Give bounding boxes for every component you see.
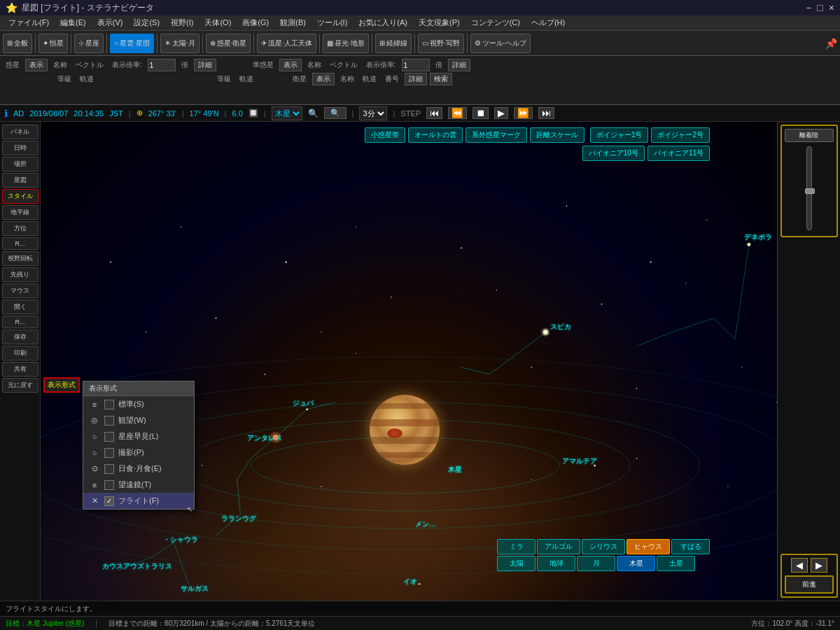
satellite-show-btn[interactable]: 表示 xyxy=(312,73,335,85)
playback-play-btn[interactable]: ▶ xyxy=(494,107,508,119)
sb-fov-rotate-btn[interactable]: 視野回転 xyxy=(2,251,38,266)
sb-panel-btn[interactable]: パネル xyxy=(2,125,38,139)
sb-save-btn[interactable]: 保存 xyxy=(2,330,38,344)
popup-item-photo[interactable]: ○ 撮影(P) xyxy=(83,444,194,461)
maximize-button[interactable]: □ xyxy=(817,2,822,13)
sb-r2-btn[interactable]: R... xyxy=(2,316,38,328)
menu-astro-events[interactable]: 天文現象(P) xyxy=(413,16,465,29)
mira-btn[interactable]: ミラ xyxy=(497,539,536,554)
sb-r-btn[interactable]: R... xyxy=(2,237,38,250)
menu-tools[interactable]: ツール(I) xyxy=(312,16,353,29)
sb-style-btn[interactable]: スタイル xyxy=(2,189,38,204)
tb-general[interactable]: ⊞ 全般 xyxy=(3,34,32,53)
status-bar: 目標：木星 Jupiter (惑星) | 目標までの距離：80万3201km /… xyxy=(0,616,840,630)
menu-observe[interactable]: 観測(B) xyxy=(274,16,312,29)
tb-constellation[interactable]: ⊹ 星座 xyxy=(74,34,104,53)
tb-tools-help[interactable]: ⚙ ツール·ヘルプ xyxy=(470,34,531,53)
right-arrow-btn[interactable]: ▶ xyxy=(811,558,827,573)
display-mode-popup[interactable]: 表示形式 ≡ 標準(S) ◎ 観望(W) ○ 星座早見(L) ○ 撮影(P) xyxy=(83,381,195,510)
comet-mag-input[interactable] xyxy=(402,59,430,71)
satellite-detail-btn[interactable]: 詳細 xyxy=(405,73,427,85)
star-map[interactable]: スピカ アンタレス デネボラ ジュバ アマルテア 木星 エウロパ イオ メン… … xyxy=(41,122,777,601)
sirius-btn[interactable]: シリウス xyxy=(582,539,625,554)
moon-btn[interactable]: 月 xyxy=(577,556,615,571)
left-arrow-btn[interactable]: ◀ xyxy=(791,558,808,573)
popup-item-standard[interactable]: ≡ 標準(S) xyxy=(83,396,194,412)
sb-horizon-btn[interactable]: 地平線 xyxy=(2,205,38,220)
titlebar-controls[interactable]: − □ × xyxy=(806,2,834,13)
menu-object[interactable]: 天体(O) xyxy=(199,16,237,29)
altitude-handle[interactable] xyxy=(805,188,815,194)
playback-end-btn[interactable]: ⏭ xyxy=(538,107,554,119)
toolbar-pin[interactable]: 📌 xyxy=(825,38,837,49)
earth-btn[interactable]: 地球 xyxy=(537,556,575,571)
target-select[interactable]: 木星 土星 太陽 xyxy=(272,106,302,120)
playback-start-btn[interactable]: ⏮ xyxy=(426,107,442,119)
sb-mouse-btn[interactable]: マウス xyxy=(2,284,38,298)
sb-remaining-btn[interactable]: 先残り xyxy=(2,267,38,282)
sb-azimuth-btn[interactable]: 方位 xyxy=(2,221,38,236)
subaru-btn[interactable]: すばる xyxy=(671,539,710,554)
tb-sun-moon[interactable]: ☀ 太陽·月 xyxy=(160,34,200,53)
playback-prev-btn[interactable]: ⏪ xyxy=(448,107,467,119)
playback-stop-btn[interactable]: ⏹ xyxy=(472,107,489,119)
tb-nebula[interactable]: ○ 星雲·星団 xyxy=(110,34,154,53)
popup-item-observe[interactable]: ◎ 観望(W) xyxy=(83,412,194,428)
sb-undo-btn[interactable]: 元に戻す xyxy=(2,378,38,393)
tb-fov[interactable]: ▭ 視野·写野 xyxy=(418,34,464,53)
search-icon[interactable]: 🔍 xyxy=(308,108,318,118)
voyager1-btn[interactable]: ボイジャー1号 xyxy=(590,127,649,143)
satellite-search-btn[interactable]: 検索 xyxy=(430,73,452,85)
exoplanet-marker-btn[interactable]: 系外惑星マーク xyxy=(465,127,527,143)
planet-mag-input[interactable] xyxy=(148,59,176,71)
distance-scale-btn[interactable]: 距離スケール xyxy=(530,127,584,143)
sb-starmap-btn[interactable]: 星図 xyxy=(2,173,38,188)
menu-file[interactable]: ファイル(F) xyxy=(3,16,55,29)
sb-open-btn[interactable]: 開く xyxy=(2,300,38,314)
tb-planets[interactable]: ⊕ 惑星·衛星 xyxy=(206,34,251,53)
planet-detail-btn[interactable]: 詳細 xyxy=(194,59,216,71)
voyager2-btn[interactable]: ボイジャー2号 xyxy=(651,127,710,143)
menu-view[interactable]: 表示(V) xyxy=(92,16,129,29)
comet-detail-btn[interactable]: 詳細 xyxy=(448,59,470,71)
popup-item-telescope[interactable]: ≡ 望遠鏡(T) xyxy=(83,477,194,493)
menu-fov[interactable]: 視野(I) xyxy=(165,16,199,29)
algol-btn[interactable]: アルゴル xyxy=(537,539,580,554)
landing-btn[interactable]: 離着陸 xyxy=(785,129,834,142)
sb-print-btn[interactable]: 印刷 xyxy=(2,346,38,360)
sb-share-btn[interactable]: 共有 xyxy=(2,362,38,377)
popup-item-flight[interactable]: ✕ ✓ フライト(F) xyxy=(83,493,194,509)
menu-contents[interactable]: コンテンツ(C) xyxy=(465,16,526,29)
minimize-button[interactable]: − xyxy=(806,2,811,13)
tb-grid[interactable]: ⊞ 経緯線 xyxy=(375,34,412,53)
hyades-btn[interactable]: ヒャウス xyxy=(626,539,670,554)
planet-show-btn[interactable]: 表示 xyxy=(25,59,48,71)
playback-next-btn[interactable]: ⏩ xyxy=(514,107,533,119)
menu-favorites[interactable]: お気に入り(A) xyxy=(353,16,413,29)
interval-select[interactable]: 3分 1分 5分 xyxy=(359,106,387,120)
close-button[interactable]: × xyxy=(829,2,834,13)
menu-settings[interactable]: 設定(S) xyxy=(128,16,165,29)
tb-daylight[interactable]: ▦ 昼光·地形 xyxy=(323,34,369,53)
display-style-label: 表示形式 xyxy=(48,381,76,388)
tb-meteors[interactable]: ✈ 流星·人工天体 xyxy=(257,34,316,53)
forward-btn[interactable]: 前進 xyxy=(785,575,834,594)
pioneer10-btn[interactable]: パイオニア10号 xyxy=(582,146,645,161)
svg-line-15 xyxy=(174,542,191,584)
pioneer11-btn[interactable]: パイオニア11号 xyxy=(648,146,710,161)
sb-location-btn[interactable]: 場所 xyxy=(2,157,38,172)
popup-item-eclipse[interactable]: ⊙ 日食·月食(E) xyxy=(83,461,194,477)
sun-btn[interactable]: 太陽 xyxy=(497,556,536,571)
menu-help[interactable]: ヘルプ(H) xyxy=(526,16,570,29)
menu-image[interactable]: 画像(G) xyxy=(237,16,274,29)
comet-show-btn[interactable]: 表示 xyxy=(279,59,302,71)
sb-datetime-btn[interactable]: 日時 xyxy=(2,141,38,155)
menu-edit[interactable]: 編集(E) xyxy=(55,16,92,29)
oort-cloud-btn[interactable]: オールトの雲 xyxy=(408,127,463,143)
asteroid-belt-btn[interactable]: 小惑星帯 xyxy=(365,127,405,143)
jupiter-btn[interactable]: 木星 xyxy=(617,556,655,571)
altitude-slider[interactable] xyxy=(806,146,812,230)
popup-item-constellation[interactable]: ○ 星座早見(L) xyxy=(83,428,194,444)
saturn-btn[interactable]: 土星 xyxy=(657,556,695,571)
tb-stars[interactable]: ✦ 恒星 xyxy=(38,34,68,53)
